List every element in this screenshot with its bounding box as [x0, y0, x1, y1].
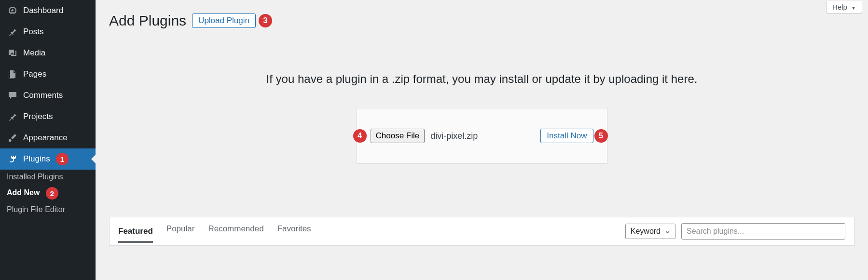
upload-form: 4 Choose File divi-pixel.zip Install Now… [357, 108, 607, 164]
plugin-filter-bar: Featured Popular Recommended Favorites K… [109, 217, 854, 246]
sidebar-item-label: Dashboard [23, 6, 63, 15]
comment-icon [7, 90, 18, 101]
help-label: Help [832, 3, 847, 11]
search-plugins-input[interactable] [681, 223, 845, 240]
sidebar-item-label: Appearance [23, 133, 68, 143]
sidebar-item-label: Projects [23, 112, 53, 121]
sidebar-item-projects[interactable]: Projects [0, 106, 96, 127]
main-content: Help ▼ Add Plugins Upload Plugin 3 If yo… [96, 0, 868, 280]
pin-icon [7, 26, 18, 38]
title-row: Add Plugins Upload Plugin 3 [109, 13, 854, 29]
choose-file-button[interactable]: Choose File [371, 129, 425, 143]
sidebar-item-comments[interactable]: Comments [0, 85, 96, 106]
gauge-icon [7, 5, 18, 16]
sidebar-item-label: Plugins [23, 154, 50, 164]
tab-favorites[interactable]: Favorites [277, 224, 311, 239]
selected-file-name: divi-pixel.zip [430, 131, 478, 141]
pages-icon [7, 68, 18, 80]
upload-instructions: If you have a plugin in a .zip format, y… [109, 72, 854, 86]
tab-popular[interactable]: Popular [166, 224, 195, 239]
step-badge: 4 [353, 129, 367, 143]
sidebar-item-plugins[interactable]: Plugins 1 [0, 148, 96, 170]
media-icon [7, 47, 18, 59]
step-badge: 3 [259, 14, 272, 27]
sidebar-item-appearance[interactable]: Appearance [0, 127, 96, 148]
sidebar-sub-installed-plugins[interactable]: Installed Plugins [0, 170, 96, 184]
sidebar-item-dashboard[interactable]: Dashboard [0, 0, 96, 21]
sidebar-item-label: Pages [23, 69, 46, 79]
step-badge: 2 [46, 187, 58, 200]
tab-featured[interactable]: Featured [118, 227, 153, 243]
install-now-button[interactable]: Install Now [540, 129, 593, 143]
sidebar-sub-label: Plugin File Editor [7, 205, 65, 213]
sidebar-item-label: Media [23, 48, 45, 58]
chevron-down-icon: ▼ [851, 5, 856, 11]
pin-icon [7, 111, 18, 122]
tab-recommended[interactable]: Recommended [208, 224, 263, 239]
step-badge: 5 [594, 129, 608, 143]
sidebar-sub-plugin-file-editor[interactable]: Plugin File Editor [0, 202, 96, 217]
sidebar-item-label: Posts [23, 27, 44, 37]
sidebar-sub-add-new[interactable]: Add New 2 [0, 184, 96, 202]
sidebar-item-posts[interactable]: Posts [0, 21, 96, 42]
step-badge: 1 [56, 153, 69, 165]
brush-icon [7, 132, 18, 144]
sidebar-item-media[interactable]: Media [0, 42, 96, 64]
sidebar-item-pages[interactable]: Pages [0, 64, 96, 85]
page-title: Add Plugins [109, 13, 186, 29]
filter-right: Keyword [625, 223, 845, 240]
sidebar-sub-label: Add New [7, 188, 40, 197]
admin-sidebar: Dashboard Posts Media Pages Comments Pro… [0, 0, 96, 280]
help-toggle[interactable]: Help ▼ [826, 1, 862, 13]
upload-plugin-button[interactable]: Upload Plugin [192, 13, 256, 28]
sidebar-sub-label: Installed Plugins [7, 173, 63, 181]
sidebar-item-label: Comments [23, 91, 63, 100]
search-type-select[interactable]: Keyword [625, 224, 675, 239]
select-label: Keyword [631, 227, 661, 235]
plug-icon [7, 153, 18, 165]
